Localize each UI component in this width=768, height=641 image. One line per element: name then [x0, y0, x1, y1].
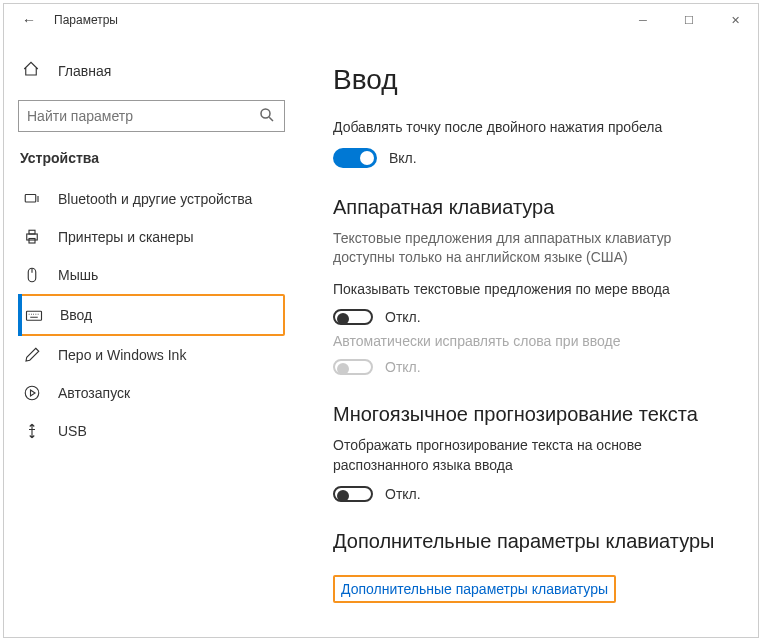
sidebar-item-usb[interactable]: USB	[18, 412, 285, 450]
double-space-label: Добавлять точку после двойного нажатия п…	[333, 118, 724, 138]
show-suggestions-label: Показывать текстовые предложения по мере…	[333, 280, 724, 300]
svg-point-0	[261, 109, 270, 118]
window-title: Параметры	[54, 13, 118, 27]
titlebar: ← Параметры ─ ☐ ✕	[4, 4, 758, 36]
sidebar-item-printers[interactable]: Принтеры и сканеры	[18, 218, 285, 256]
svg-rect-4	[29, 239, 35, 244]
minimize-button[interactable]: ─	[620, 4, 666, 36]
sidebar-item-mouse[interactable]: Мышь	[18, 256, 285, 294]
nav-label: Автозапуск	[58, 385, 130, 401]
main-content: Ввод Добавлять точку после двойного нажа…	[299, 36, 758, 637]
sidebar-item-pen[interactable]: Перо и Windows Ink	[18, 336, 285, 374]
bluetooth-icon	[22, 190, 42, 208]
close-button[interactable]: ✕	[712, 4, 758, 36]
svg-point-7	[25, 386, 39, 400]
nav-label: Ввод	[60, 307, 92, 323]
category-title: Устройства	[18, 150, 285, 166]
nav-label: USB	[58, 423, 87, 439]
nav-label: Мышь	[58, 267, 98, 283]
maximize-button[interactable]: ☐	[666, 4, 712, 36]
pen-icon	[22, 346, 42, 364]
toggle-state: Вкл.	[389, 150, 417, 166]
multilang-desc: Отображать прогнозирование текста на осн…	[333, 436, 724, 475]
multilang-toggle[interactable]	[333, 486, 373, 502]
autocorrect-toggle	[333, 359, 373, 375]
sidebar-item-typing[interactable]: Ввод	[18, 294, 285, 336]
show-suggestions-toggle[interactable]	[333, 309, 373, 325]
nav-label: Bluetooth и другие устройства	[58, 191, 252, 207]
svg-rect-2	[27, 234, 38, 240]
autocorrect-label: Автоматически исправлять слова при вводе	[333, 333, 724, 349]
usb-icon	[22, 422, 42, 440]
search-icon	[258, 106, 276, 127]
back-button[interactable]: ←	[14, 8, 44, 32]
svg-rect-1	[25, 195, 36, 203]
hardware-kb-desc: Текстовые предложения для аппаратных кла…	[333, 229, 724, 268]
toggle-state: Откл.	[385, 486, 421, 502]
home-link[interactable]: Главная	[18, 52, 285, 90]
mouse-icon	[22, 266, 42, 284]
double-space-toggle[interactable]	[333, 148, 377, 168]
nav-label: Перо и Windows Ink	[58, 347, 186, 363]
svg-rect-6	[27, 311, 42, 320]
search-input[interactable]	[27, 108, 258, 124]
search-box[interactable]	[18, 100, 285, 132]
autoplay-icon	[22, 384, 42, 402]
svg-rect-3	[29, 230, 35, 234]
toggle-state: Откл.	[385, 359, 421, 375]
sidebar: Главная Устройства Bluetooth и другие ус…	[4, 36, 299, 637]
sidebar-item-bluetooth[interactable]: Bluetooth и другие устройства	[18, 180, 285, 218]
multilang-heading: Многоязычное прогнозирование текста	[333, 403, 724, 426]
printer-icon	[22, 228, 42, 246]
keyboard-icon	[24, 306, 44, 324]
hardware-kb-heading: Аппаратная клавиатура	[333, 196, 724, 219]
page-title: Ввод	[333, 64, 724, 96]
toggle-state: Откл.	[385, 309, 421, 325]
sidebar-item-autoplay[interactable]: Автозапуск	[18, 374, 285, 412]
nav-label: Принтеры и сканеры	[58, 229, 193, 245]
home-icon	[22, 60, 42, 82]
home-label: Главная	[58, 63, 111, 79]
advanced-heading: Дополнительные параметры клавиатуры	[333, 530, 724, 553]
advanced-keyboard-link[interactable]: Дополнительные параметры клавиатуры	[333, 575, 616, 603]
